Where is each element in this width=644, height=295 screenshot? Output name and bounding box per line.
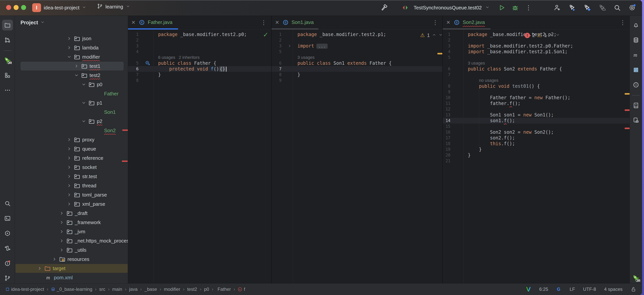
chevron-right-icon[interactable] (67, 181, 72, 190)
chevron-right-icon[interactable] (67, 172, 72, 181)
run-button[interactable] (497, 3, 507, 13)
chevron-down-icon[interactable] (74, 71, 79, 80)
minimize-window-button[interactable] (14, 5, 18, 10)
chevron-right-icon[interactable] (74, 61, 79, 71)
layout-icon[interactable] (630, 115, 641, 125)
chevron-right-icon[interactable] (60, 209, 64, 218)
close-tab-icon[interactable]: ✕ (446, 15, 450, 29)
chevron-right-icon[interactable] (60, 218, 64, 227)
breadcrumb-src[interactable]: src (99, 287, 106, 292)
chevron-right-icon[interactable] (67, 190, 72, 199)
settings-button[interactable] (627, 3, 637, 13)
problems-icon[interactable] (2, 258, 13, 269)
tree-item-queue[interactable]: queue (15, 144, 128, 153)
tree-item-json[interactable]: json (15, 34, 128, 43)
chevron-right-icon[interactable] (52, 255, 57, 264)
tree-item-socket[interactable]: socket (15, 163, 128, 172)
google-icon[interactable]: G (556, 287, 562, 292)
chevron-right-icon[interactable] (67, 153, 72, 163)
error-stripe-mark[interactable] (625, 128, 630, 129)
run-config-name[interactable]: TestSynchronousQueue.test02 (414, 5, 482, 11)
tree-item-_utils[interactable]: _utils (15, 245, 128, 255)
prev-problem-icon[interactable] (549, 32, 553, 38)
line-separator[interactable]: LF (570, 287, 575, 292)
project-panel-header[interactable]: Project (20, 20, 45, 26)
error-stripe-mark[interactable] (625, 93, 630, 95)
usages-inlay[interactable]: no usages (479, 78, 498, 83)
tree-item-test1[interactable]: test1 (15, 61, 128, 71)
chevron-right-icon[interactable] (60, 227, 64, 236)
encoding[interactable]: UTF-8 (583, 287, 596, 292)
close-tab-icon[interactable]: ✕ (131, 15, 136, 29)
chevron-right-icon[interactable] (67, 199, 72, 209)
prev-problem-icon[interactable] (432, 32, 436, 38)
chevron-right-icon[interactable] (60, 245, 64, 255)
breadcrumb-p0[interactable]: p0 (204, 287, 209, 292)
jrebel-icon[interactable]: JR (2, 55, 13, 66)
tab-options-icon[interactable]: ⋮ (432, 15, 438, 29)
git-icon[interactable] (2, 273, 13, 284)
inspections-widget[interactable]: ⚠1 (420, 32, 443, 38)
code-editor-father[interactable]: 1package _base.modifier.test2.p0;2346 us… (128, 29, 271, 284)
tree-item-p1[interactable]: p1 (15, 98, 128, 107)
breadcrumb-test2[interactable]: test2 (187, 287, 197, 292)
tree-item-p0[interactable]: p0 (15, 80, 128, 89)
notifications-icon[interactable] (630, 20, 641, 30)
tree-item-_framework[interactable]: _framework (15, 218, 128, 227)
tree-item-test2[interactable]: test2 (15, 71, 128, 80)
tree-item-lambda[interactable]: lambda (15, 43, 128, 52)
services-icon[interactable] (2, 228, 13, 239)
search-icon[interactable] (2, 198, 13, 209)
profiler-debug-button[interactable] (582, 3, 592, 13)
more-icon[interactable] (2, 85, 13, 96)
inspections-widget[interactable]: !2⚠1 (524, 32, 560, 38)
usages-inlay[interactable]: 6 usages 2 inheritors (158, 55, 200, 60)
project-widget[interactable]: I idea-test-project (32, 3, 86, 12)
vcheck-icon[interactable] (526, 287, 531, 292)
branch-widget[interactable]: learning (97, 3, 130, 10)
search-everywhere-button[interactable] (612, 3, 622, 13)
tree-item-target[interactable]: target (15, 264, 128, 273)
tab-options-icon[interactable]: ⋮ (620, 15, 626, 29)
profiler-run-button[interactable] (567, 3, 577, 13)
error-stripe-mark[interactable] (438, 53, 442, 54)
chevron-right-icon[interactable] (67, 34, 72, 43)
overridden-marker-icon[interactable] (145, 61, 150, 67)
tree-item-thread[interactable]: thread (15, 181, 128, 190)
code-editor-son2[interactable]: 1package _base.modifier.test2.p2;23impor… (443, 29, 630, 284)
breadcrumb-modifier[interactable]: modifier (164, 287, 180, 292)
chevron-right-icon[interactable] (60, 236, 64, 245)
inspections-widget[interactable]: ✓ (263, 31, 268, 38)
structure-icon[interactable] (2, 70, 13, 81)
tab-son1-java[interactable]: Son1.java (292, 15, 314, 29)
terminal-icon[interactable] (2, 213, 13, 224)
breadcrumb-_base[interactable]: _base (144, 287, 157, 292)
tab-options-icon[interactable]: ⋮ (261, 15, 266, 29)
next-problem-icon[interactable] (438, 32, 443, 38)
binary-icon[interactable]: 100110110011001 (630, 64, 641, 75)
caret-position[interactable]: 6:25 (539, 287, 548, 292)
fold-arrow-icon[interactable] (288, 44, 292, 49)
database-icon[interactable] (630, 35, 641, 45)
tree-item-str.test[interactable]: str.test (15, 172, 128, 181)
tree-item-modifier[interactable]: modifier (15, 52, 128, 61)
lock-icon[interactable] (630, 286, 636, 292)
breadcrumb-idea-test-project[interactable]: idea-test-project (5, 287, 44, 292)
breadcrumb-f[interactable]: mf (238, 287, 245, 292)
chevron-right-icon[interactable] (67, 163, 72, 172)
usages-inlay[interactable]: 3 usages (298, 55, 314, 60)
tree-item-xml_parse[interactable]: xml_parse (15, 199, 128, 209)
dictionary-icon[interactable]: A (630, 100, 641, 110)
tree-item-Son2[interactable]: Son2 (15, 126, 128, 135)
jrebel-float-icon[interactable]: JR (630, 273, 641, 284)
breadcrumb-java[interactable]: java (129, 287, 138, 292)
chevron-right-icon[interactable] (67, 43, 72, 52)
commit-icon[interactable] (2, 35, 13, 45)
chevron-down-icon[interactable] (82, 80, 86, 89)
chevron-right-icon[interactable] (67, 144, 72, 153)
debug-button[interactable] (510, 3, 520, 13)
button-icon[interactable] (630, 79, 641, 90)
error-stripe-mark[interactable] (625, 109, 630, 111)
breadcrumb-main[interactable]: main (112, 287, 122, 292)
chevron-right-icon[interactable] (67, 135, 72, 144)
